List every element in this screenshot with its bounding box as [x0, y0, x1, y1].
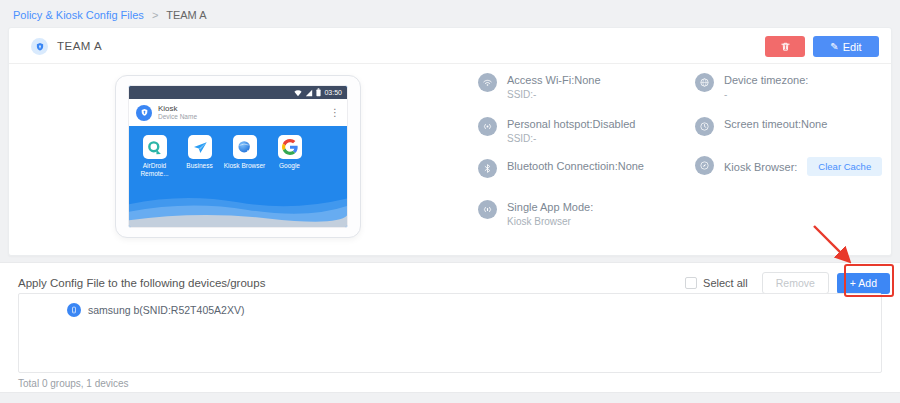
google-icon [278, 135, 302, 159]
kiosk-logo-icon [136, 105, 152, 121]
timezone-icon [695, 73, 714, 92]
business-icon [188, 135, 212, 159]
apply-config-panel: Apply Config File to the following devic… [0, 262, 900, 393]
setting-subtitle: Kiosk Browser [507, 216, 593, 227]
setting-bluetooth: Bluetooth Connectioin:None [478, 159, 644, 178]
status-bar: 03:50 [129, 86, 347, 99]
app-google[interactable]: Google [267, 135, 312, 178]
airdroid-remote-icon [143, 135, 167, 159]
hotspot-icon [478, 117, 497, 136]
page-title: TEAM A [57, 40, 102, 52]
setting-title: Access Wi-Fi:None [507, 74, 601, 86]
setting-single-app-mode: Single App Mode: Kiosk Browser [478, 200, 593, 227]
breadcrumb-current: TEAM A [166, 9, 206, 21]
setting-title: Single App Mode: [507, 201, 593, 213]
config-file-icon [31, 38, 48, 55]
kiosk-config-page: Policy & Kiosk Config Files > TEAM A TEA… [0, 0, 900, 403]
config-detail-card: TEAM A ✎ Edit [8, 27, 892, 256]
apps-row: AirDroid Remote... Business [132, 135, 312, 178]
device-icon [67, 303, 81, 317]
delete-button[interactable] [765, 36, 805, 57]
trash-icon [780, 41, 791, 52]
setting-title: Personal hotspot:Disabled [507, 118, 635, 130]
appbar-titles: Kiosk Device Name [158, 105, 197, 121]
device-preview-frame: 03:50 Kiosk Device Name ⋮ [115, 75, 361, 238]
card-header: TEAM A ✎ Edit [9, 28, 891, 64]
device-group-list: samsung b(SNID:R52T405A2XV) [18, 293, 882, 373]
setting-subtitle: - [724, 89, 808, 100]
apply-panel-title: Apply Config File to the following devic… [18, 277, 265, 289]
kiosk-homescreen: AirDroid Remote... Business [129, 126, 347, 227]
app-kiosk-browser[interactable]: Kiosk Browser [222, 135, 267, 178]
browser-compass-icon [695, 156, 714, 175]
kiosk-browser-icon [233, 135, 257, 159]
clear-cache-button[interactable]: Clear Cache [807, 157, 882, 176]
status-time: 03:50 [324, 89, 342, 96]
totals-text: Total 0 groups, 1 devices [18, 378, 129, 389]
single-app-mode-icon [478, 200, 497, 219]
device-preview-screen: 03:50 Kiosk Device Name ⋮ [128, 85, 348, 228]
signal-status-icon [305, 89, 313, 97]
kiosk-app-bar: Kiosk Device Name ⋮ [129, 99, 347, 126]
select-all-label[interactable]: Select all [703, 277, 748, 289]
bluetooth-icon [478, 159, 497, 178]
app-label: Google [268, 162, 312, 170]
app-label: AirDroid Remote... [133, 162, 177, 178]
overflow-menu-icon[interactable]: ⋮ [330, 108, 340, 118]
setting-title: Bluetooth Connectioin:None [507, 160, 644, 172]
breadcrumb: Policy & Kiosk Config Files > TEAM A [13, 9, 207, 21]
setting-subtitle: SSID:- [507, 133, 635, 144]
edit-button[interactable]: ✎ Edit [813, 36, 879, 57]
shield-lock-icon [140, 108, 149, 117]
wallpaper-waves [129, 189, 347, 227]
pencil-icon: ✎ [830, 41, 838, 52]
battery-status-icon [316, 88, 321, 97]
device-name: samsung b(SNID:R52T405A2XV) [88, 304, 244, 316]
wifi-icon [478, 73, 497, 92]
setting-subtitle: SSID:- [507, 89, 601, 100]
edit-button-label: Edit [843, 41, 862, 53]
screen-timeout-icon [695, 117, 714, 136]
setting-hotspot: Personal hotspot:Disabled SSID:- [478, 117, 635, 144]
kiosk-device-name: Device Name [158, 113, 197, 120]
app-business[interactable]: Business [177, 135, 222, 178]
breadcrumb-link-config-files[interactable]: Policy & Kiosk Config Files [13, 9, 144, 21]
remove-button[interactable]: Remove [762, 272, 829, 294]
setting-title: Device timezone: [724, 74, 808, 86]
kiosk-app-title: Kiosk [158, 105, 197, 114]
breadcrumb-separator: > [152, 9, 158, 21]
select-all-checkbox[interactable] [685, 277, 697, 289]
setting-wifi: Access Wi-Fi:None SSID:- [478, 73, 601, 100]
wifi-status-icon [294, 89, 302, 97]
shield-icon [35, 42, 45, 52]
setting-title: Kiosk Browser: [724, 161, 797, 173]
setting-timezone: Device timezone: - [695, 73, 808, 100]
setting-title: Screen timeout:None [724, 118, 827, 130]
add-button[interactable]: + Add [837, 273, 890, 294]
device-list-item[interactable]: samsung b(SNID:R52T405A2XV) [19, 294, 881, 317]
panel-controls: Select all Remove + Add [685, 272, 890, 294]
setting-screen-timeout: Screen timeout:None [695, 117, 827, 136]
app-airdroid-remote[interactable]: AirDroid Remote... [132, 135, 177, 178]
app-label: Kiosk Browser [223, 162, 267, 170]
setting-kiosk-browser: Kiosk Browser: Clear Cache [695, 156, 882, 176]
app-label: Business [178, 162, 222, 170]
